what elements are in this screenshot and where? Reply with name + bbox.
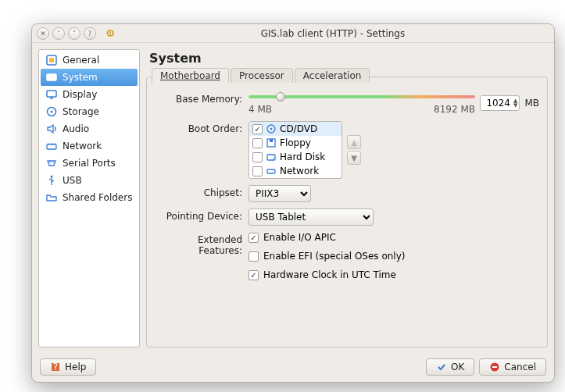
memory-max-label: 8192 MB (434, 104, 475, 115)
boot-item-cddvd[interactable]: CD/DVD (249, 122, 342, 136)
base-memory-label: Base Memory: (155, 91, 249, 105)
boot-item-label: Floppy (280, 137, 311, 148)
sidebar-item-label: Storage (63, 106, 99, 117)
memory-min-label: 4 MB (249, 104, 272, 115)
close-window-button[interactable]: ✕ (37, 27, 49, 40)
sidebar-item-audio[interactable]: Audio (41, 120, 138, 137)
sidebar-item-label: General (63, 55, 99, 66)
boot-item-label: Hard Disk (280, 151, 325, 162)
tab-motherboard[interactable]: Motherboard (152, 68, 229, 83)
svg-rect-22 (267, 169, 275, 173)
svg-text:?: ? (53, 362, 58, 372)
svg-rect-8 (47, 144, 56, 149)
svg-point-7 (51, 111, 53, 113)
window-title: GIS.lab client (HTTP) - Settings (116, 28, 549, 39)
context-window-button[interactable]: ? (84, 27, 96, 40)
sidebar-item-storage[interactable]: Storage (41, 103, 138, 120)
boot-order-label: Boot Order: (155, 121, 249, 134)
tab-acceleration[interactable]: Acceleration (295, 68, 370, 83)
help-button[interactable]: ? Help (40, 358, 96, 376)
memory-unit: MB (524, 98, 539, 109)
floppy-icon (266, 137, 277, 148)
sidebar-item-label: USB (63, 175, 82, 186)
boot-item-network[interactable]: Network (249, 164, 342, 178)
sidebar-item-general[interactable]: General (41, 52, 138, 69)
svg-point-21 (273, 158, 274, 159)
serial-icon (45, 157, 58, 169)
cancel-button[interactable]: Cancel (479, 358, 546, 376)
check-icon (436, 362, 447, 372)
chipset-label: Chipset: (155, 185, 249, 198)
chipset-combo[interactable]: PIIX3 (249, 185, 311, 202)
help-icon: ? (50, 362, 61, 372)
boot-order-list[interactable]: CD/DVD Floppy Hard D (249, 121, 342, 179)
maximize-window-button[interactable]: ˄ (68, 27, 80, 40)
svg-rect-4 (47, 91, 56, 97)
sidebar-item-system[interactable]: System (41, 69, 138, 86)
sidebar-item-network[interactable]: Network (41, 137, 138, 155)
efi-label: Enable EFI (special OSes only) (263, 251, 405, 262)
sidebar-item-label: Shared Folders (63, 192, 132, 203)
system-groupbox: Motherboard Processor Acceleration Base … (146, 77, 548, 347)
general-icon (45, 54, 58, 66)
system-icon (45, 71, 58, 84)
svg-point-15 (51, 176, 53, 178)
cd-icon (266, 123, 277, 134)
memory-spinbox[interactable]: ▲▼ (480, 95, 520, 111)
utc-checkbox[interactable] (249, 270, 259, 280)
boot-item-harddisk[interactable]: Hard Disk (249, 150, 342, 164)
spin-down-icon[interactable]: ▼ (513, 103, 517, 108)
sidebar-item-label: Audio (63, 123, 89, 134)
content-pane: System Motherboard Processor Acceleratio… (146, 49, 548, 347)
titlebar: ✕ ˅ ˄ ? ⚙ GIS.lab client (HTTP) - Settin… (32, 24, 554, 43)
boot-item-label: Network (280, 166, 319, 176)
boot-move-down-button[interactable]: ▼ (347, 151, 361, 165)
boot-checkbox[interactable] (252, 166, 263, 176)
sidebar-item-display[interactable]: Display (41, 86, 138, 103)
memory-input[interactable] (482, 97, 512, 109)
boot-item-label: CD/DVD (280, 123, 317, 134)
audio-icon (45, 123, 58, 135)
sidebar-item-label: Serial Ports (63, 158, 116, 169)
ok-button[interactable]: OK (426, 358, 474, 376)
sidebar-item-serial-ports[interactable]: Serial Ports (41, 155, 138, 172)
page-title: System (149, 51, 548, 66)
pointing-combo[interactable]: USB Tablet (249, 208, 374, 226)
sidebar-item-usb[interactable]: USB (41, 172, 138, 189)
io-apic-checkbox[interactable] (249, 233, 259, 243)
memory-slider[interactable] (249, 91, 475, 102)
boot-checkbox[interactable] (252, 124, 263, 134)
pointing-label: Pointing Device: (155, 208, 249, 222)
utc-label: Hardware Clock in UTC Time (263, 269, 396, 280)
svg-rect-19 (270, 139, 273, 142)
help-label: Help (65, 362, 86, 372)
minimize-window-button[interactable]: ˅ (52, 27, 65, 40)
net-icon (266, 166, 277, 176)
sidebar-item-label: Network (63, 141, 102, 151)
storage-icon (45, 105, 58, 118)
svg-rect-20 (267, 155, 275, 160)
efi-checkbox[interactable] (249, 251, 259, 262)
boot-checkbox[interactable] (252, 152, 263, 162)
category-sidebar: General System Display Storage Audio (38, 49, 140, 347)
usb-icon (45, 174, 58, 187)
svg-rect-1 (49, 58, 54, 62)
io-apic-label: Enable I/O APIC (263, 232, 336, 243)
sidebar-item-shared-folders[interactable]: Shared Folders (41, 189, 138, 206)
extended-label: Extended Features: (155, 232, 249, 256)
network-icon (45, 140, 58, 152)
display-icon (45, 88, 58, 101)
boot-checkbox[interactable] (252, 138, 263, 148)
tab-bar: Motherboard Processor Acceleration (152, 68, 371, 83)
boot-item-floppy[interactable]: Floppy (249, 136, 342, 150)
sidebar-item-label: Display (63, 89, 97, 100)
dialog-footer: ? Help OK Cancel (32, 354, 554, 382)
svg-point-17 (270, 128, 273, 130)
cancel-icon (489, 362, 500, 372)
ok-label: OK (451, 362, 464, 372)
cancel-label: Cancel (504, 362, 536, 372)
boot-move-up-button[interactable]: ▲ (347, 135, 361, 149)
tab-processor[interactable]: Processor (231, 68, 293, 83)
app-icon: ⚙ (104, 27, 116, 40)
harddisk-icon (266, 151, 277, 162)
